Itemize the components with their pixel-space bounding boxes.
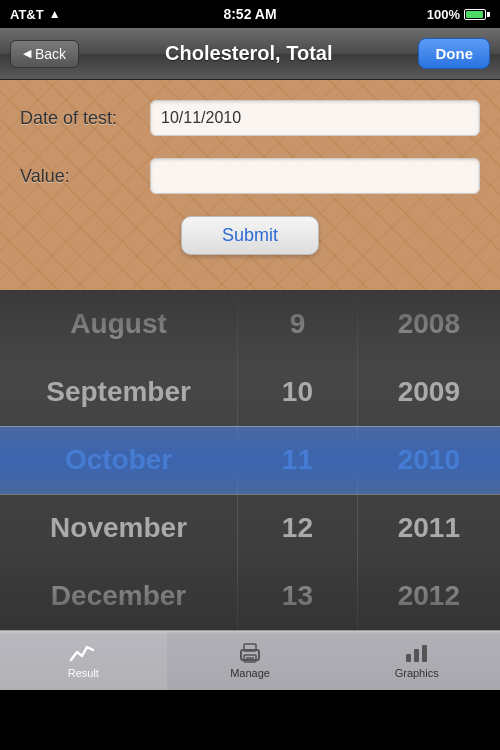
page-title: Cholesterol, Total — [165, 42, 332, 65]
battery-icon — [464, 9, 490, 20]
form-area: Date of test: Value: Submit — [0, 80, 500, 290]
picker-year-2009[interactable]: 2009 — [358, 358, 500, 426]
picker-day-12[interactable]: 12 — [238, 494, 357, 562]
picker-month-september[interactable]: September — [0, 358, 237, 426]
picker-day-13[interactable]: 13 — [238, 562, 357, 630]
svg-rect-5 — [406, 654, 411, 662]
picker-day-11[interactable]: 11 — [238, 426, 357, 494]
picker-month-november[interactable]: November — [0, 494, 237, 562]
carrier-label: AT&T — [10, 7, 44, 22]
battery-percent: 100% — [427, 7, 460, 22]
svg-rect-7 — [422, 645, 427, 662]
date-label: Date of test: — [20, 108, 150, 129]
svg-rect-6 — [414, 649, 419, 662]
wifi-icon: ▲ — [49, 7, 61, 21]
day-column[interactable]: 9 10 11 12 13 — [238, 290, 358, 630]
back-button[interactable]: Back — [10, 40, 79, 68]
tab-manage[interactable]: Manage — [167, 631, 334, 690]
picker-year-2010[interactable]: 2010 — [358, 426, 500, 494]
navigation-bar: Back Cholesterol, Total Done — [0, 28, 500, 80]
date-picker[interactable]: August September October November Decemb… — [0, 290, 500, 630]
carrier-signal: AT&T ▲ — [10, 7, 61, 22]
value-row: Value: — [20, 158, 480, 194]
picker-year-2012[interactable]: 2012 — [358, 562, 500, 630]
picker-columns: August September October November Decemb… — [0, 290, 500, 630]
value-input[interactable] — [150, 158, 480, 194]
result-icon — [69, 642, 97, 664]
picker-separator-bottom — [0, 494, 500, 495]
tab-graphics[interactable]: Graphics — [333, 631, 500, 690]
date-row: Date of test: — [20, 100, 480, 136]
picker-month-october[interactable]: October — [0, 426, 237, 494]
submit-row: Submit — [20, 216, 480, 255]
picker-year-2008[interactable]: 2008 — [358, 290, 500, 358]
tab-result-label: Result — [68, 667, 99, 679]
status-time: 8:52 AM — [223, 6, 276, 22]
month-column[interactable]: August September October November Decemb… — [0, 290, 238, 630]
tab-graphics-label: Graphics — [395, 667, 439, 679]
battery-area: 100% — [427, 7, 490, 22]
tab-bar: Result Manage Graphics — [0, 630, 500, 690]
submit-button[interactable]: Submit — [181, 216, 319, 255]
year-column[interactable]: 2008 2009 2010 2011 2012 — [358, 290, 500, 630]
tab-manage-label: Manage — [230, 667, 270, 679]
status-bar: AT&T ▲ 8:52 AM 100% — [0, 0, 500, 28]
done-button[interactable]: Done — [418, 38, 490, 69]
picker-day-10[interactable]: 10 — [238, 358, 357, 426]
value-label: Value: — [20, 166, 150, 187]
picker-separator-top — [0, 426, 500, 427]
picker-month-august[interactable]: August — [0, 290, 237, 358]
picker-day-9[interactable]: 9 — [238, 290, 357, 358]
picker-month-december[interactable]: December — [0, 562, 237, 630]
picker-year-2011[interactable]: 2011 — [358, 494, 500, 562]
manage-icon — [236, 642, 264, 664]
graphics-icon — [403, 642, 431, 664]
tab-result[interactable]: Result — [0, 631, 167, 690]
date-input[interactable] — [150, 100, 480, 136]
